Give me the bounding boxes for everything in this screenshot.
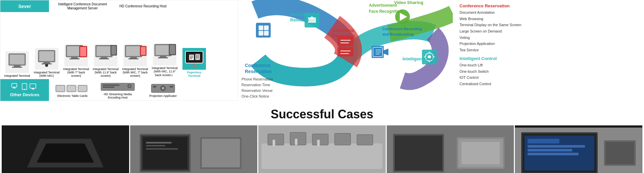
- conf-reservation-items: Document Annotation Web Browsing Termina…: [460, 9, 637, 53]
- svg-text:Reservation Time: Reservation Time: [241, 83, 270, 87]
- conf-item-7: Tea Service: [460, 47, 637, 53]
- svg-rect-52: [32, 88, 34, 89]
- device-label-4: Integrated Terminal (With 11.6" back scr…: [92, 67, 119, 77]
- main-container: Sever Intelligent Conference Document Ma…: [0, 0, 644, 173]
- svg-text:Conference: Conference: [245, 63, 271, 68]
- photo-1: [2, 125, 129, 173]
- other-devices-panel: Other Devices: [0, 79, 49, 101]
- svg-marker-95: [384, 49, 388, 55]
- svg-text:Conference: Conference: [332, 28, 354, 33]
- hw-projection: Projection Applicator: [143, 82, 183, 98]
- device-label-3: Integrated Terminal (With 7" back screen…: [63, 67, 90, 77]
- svg-rect-5: [39, 51, 54, 61]
- svg-point-67: [162, 87, 164, 90]
- hw-label-3: Projection Applicator: [149, 94, 177, 98]
- bottom-hardware: Electronic Table Cards HD Streaming Medi…: [49, 79, 186, 101]
- svg-text:Face Recognition: Face Recognition: [369, 9, 402, 14]
- svg-rect-123: [146, 145, 165, 147]
- svg-rect-45: [191, 66, 198, 67]
- svg-rect-55: [56, 86, 64, 91]
- photos-row: [0, 125, 644, 173]
- svg-rect-41: [196, 55, 197, 59]
- svg-text:Video Sharing: Video Sharing: [394, 0, 423, 5]
- svg-rect-12: [71, 57, 78, 58]
- photo-3: [258, 125, 386, 173]
- svg-rect-141: [462, 142, 500, 164]
- photo-5: [515, 125, 642, 173]
- photo-2: [130, 125, 258, 173]
- svg-point-64: [128, 85, 130, 87]
- hw-label-1: Electronic Table Cards: [57, 94, 88, 98]
- conf-item-1: Document Annotation: [460, 9, 637, 16]
- device-img-6: [153, 44, 176, 65]
- top-row: Sever Intelligent Conference Document Ma…: [0, 0, 644, 101]
- hw-electronic-table-cards: Electronic Table Cards: [52, 82, 93, 98]
- ic-item-3: IOT Control: [460, 74, 637, 81]
- ic-item-2: One-touch Switch: [460, 68, 637, 75]
- intelligent-control-section: Intelligent Control One-touch Lift One-t…: [460, 56, 637, 87]
- svg-text:Reservation: Reservation: [332, 34, 355, 38]
- devices-main-row: Integrated Terminal Integ: [0, 12, 238, 79]
- conf-item-6: Projection Application: [460, 41, 637, 47]
- svg-rect-38: [190, 57, 193, 58]
- svg-rect-126: [202, 139, 240, 167]
- device-img-2: [35, 48, 58, 70]
- svg-rect-1: [10, 55, 24, 64]
- svg-rect-133: [273, 140, 275, 146]
- conf-item-3: Terminal Display on the Same Screen: [460, 22, 637, 28]
- svg-rect-53: [32, 89, 35, 90]
- svg-rect-23: [126, 46, 141, 56]
- svg-rect-51: [30, 84, 36, 88]
- svg-rect-135: [317, 140, 320, 146]
- ic-item-4: Centralized Control: [460, 81, 637, 87]
- svg-rect-24: [130, 57, 137, 58]
- conf-item-5: Voting: [460, 35, 637, 41]
- svg-rect-57: [67, 86, 75, 91]
- server-label: Sever: [0, 0, 49, 12]
- device-integrated-terminal: Integrated Terminal: [4, 51, 31, 77]
- svg-text:Reservation: Reservation: [245, 69, 272, 74]
- svg-rect-42: [198, 55, 199, 59]
- svg-rect-146: [528, 139, 559, 143]
- svg-rect-29: [156, 45, 170, 55]
- svg-rect-18: [101, 57, 107, 58]
- device-integrated-terminal-mic7back: Integrated Terminal (With MIC, 7" back s…: [122, 45, 149, 77]
- device-integrated-terminal-7back: Integrated Terminal (With 7" back screen…: [63, 45, 90, 77]
- svg-rect-39: [190, 58, 192, 59]
- svg-rect-47: [13, 87, 15, 88]
- svg-rect-75: [264, 31, 269, 36]
- intelligent-control-title: Intelligent Control: [460, 56, 637, 61]
- device-integrated-terminal-11back: Integrated Terminal (With 11.6" back scr…: [92, 45, 119, 77]
- svg-rect-49: [22, 83, 27, 90]
- svg-rect-127: [262, 143, 383, 169]
- bottom-devices-row: Other Devices Electronic Table Ca: [0, 79, 238, 101]
- svg-text:and Broadcasting: and Broadcasting: [382, 32, 414, 36]
- svg-rect-129: [290, 132, 306, 145]
- svg-rect-37: [190, 56, 193, 56]
- svg-text:Information: Information: [290, 12, 314, 17]
- svg-rect-6: [43, 62, 50, 63]
- other-devices-icons: [11, 83, 38, 91]
- conf-item-2: Web Browsing: [460, 16, 637, 22]
- svg-rect-61: [103, 84, 119, 86]
- svg-rect-59: [78, 86, 87, 91]
- cases-title: Successful Cases: [0, 107, 644, 121]
- svg-rect-3: [12, 67, 22, 68]
- device-label-6: Integrated Terminal (With MIC, 11.6" bac…: [151, 66, 178, 77]
- svg-rect-147: [528, 145, 585, 148]
- svg-rect-62: [103, 86, 114, 88]
- svg-text:Reservation Venue: Reservation Venue: [241, 89, 273, 93]
- device-img-1: [5, 51, 29, 73]
- svg-rect-122: [146, 142, 171, 143]
- svg-text:One-Click Notice: One-Click Notice: [241, 94, 269, 98]
- server-bar: Sever Intelligent Conference Document Ma…: [0, 0, 238, 12]
- svg-rect-151: [606, 142, 634, 164]
- svg-text:Phone Reservation: Phone Reservation: [241, 77, 273, 81]
- svg-rect-46: [12, 83, 17, 87]
- svg-rect-21: [111, 46, 116, 55]
- device-label-1: Integrated Terminal: [4, 74, 30, 77]
- device-img-3: [64, 45, 88, 66]
- device-img-5: [123, 45, 147, 66]
- conf-reservation-title: Conference Reservation: [460, 3, 637, 8]
- device-paperless-terminal: Paperless Terminal: [181, 48, 208, 77]
